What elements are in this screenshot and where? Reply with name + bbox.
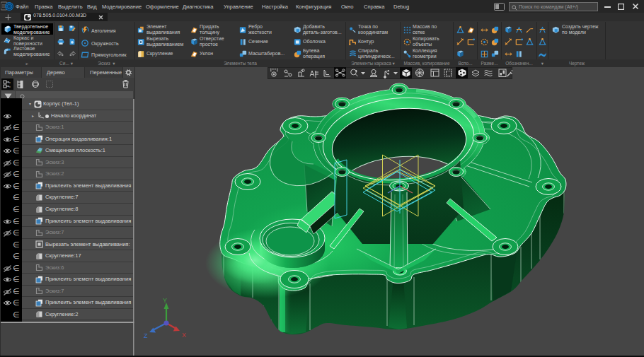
svg-text:п: п xyxy=(9,81,11,84)
svg-text:п: п xyxy=(9,85,11,88)
svg-text:Z: Z xyxy=(144,332,148,339)
svg-text:Y: Y xyxy=(163,297,167,304)
svg-text:X: X xyxy=(182,332,186,339)
